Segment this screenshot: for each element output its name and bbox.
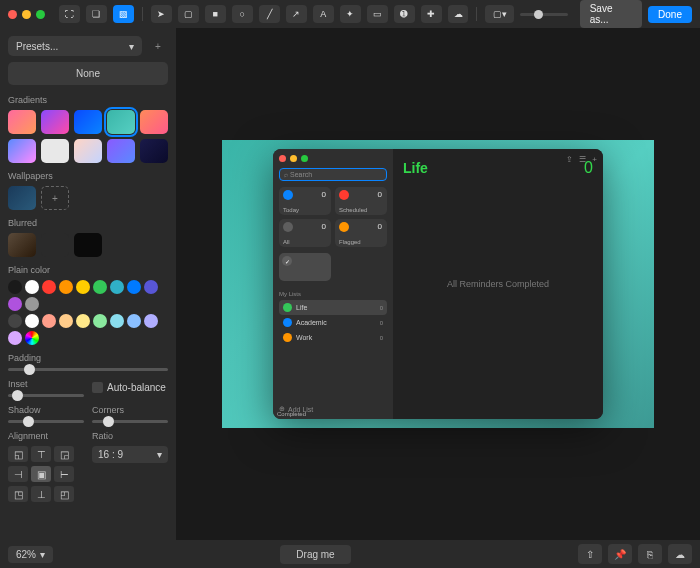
layers-tool-button[interactable]: ❏: [86, 5, 107, 23]
close-icon[interactable]: [279, 155, 286, 162]
step-tool-button[interactable]: ➊: [394, 5, 415, 23]
color-swatch[interactable]: [8, 280, 22, 294]
color-swatch[interactable]: [93, 280, 107, 294]
color-swatch[interactable]: [8, 297, 22, 311]
smart-list-card[interactable]: 0Today: [279, 187, 331, 215]
gradient-swatch[interactable]: [41, 110, 69, 134]
done-button[interactable]: Done: [648, 6, 692, 23]
circle-tool-button[interactable]: ○: [232, 5, 253, 23]
none-button[interactable]: None: [8, 62, 168, 85]
align-top-right-button[interactable]: ◲: [54, 446, 74, 462]
corners-slider[interactable]: [92, 420, 168, 423]
minimize-icon[interactable]: [290, 155, 297, 162]
color-swatch[interactable]: [42, 280, 56, 294]
color-swatch[interactable]: [110, 280, 124, 294]
reminders-search-input[interactable]: ⌕ Search: [279, 168, 387, 181]
color-swatch[interactable]: [25, 297, 39, 311]
align-top-left-button[interactable]: ◱: [8, 446, 28, 462]
gradient-swatch[interactable]: [74, 139, 102, 163]
shadow-slider[interactable]: [8, 420, 84, 423]
inset-slider[interactable]: [8, 394, 84, 397]
share-icon[interactable]: ⇪: [566, 155, 573, 164]
wallpaper-swatch[interactable]: [8, 186, 36, 210]
gradient-swatch[interactable]: [8, 139, 36, 163]
fill-rect-tool-button[interactable]: ■: [205, 5, 226, 23]
align-bottom-right-button[interactable]: ◰: [54, 486, 74, 502]
color-swatch[interactable]: [25, 280, 39, 294]
color-swatch[interactable]: [59, 314, 73, 328]
arrow-tool-button[interactable]: ↗: [286, 5, 307, 23]
color-swatch[interactable]: [25, 314, 39, 328]
list-item[interactable]: Life0: [279, 300, 387, 315]
gradient-swatch[interactable]: [74, 110, 102, 134]
save-as-button[interactable]: Save as...: [580, 0, 642, 28]
blurred-swatch[interactable]: [41, 233, 69, 257]
close-window-icon[interactable]: [8, 10, 17, 19]
color-swatch[interactable]: [127, 314, 141, 328]
color-swatch[interactable]: [8, 331, 22, 345]
drag-me-button[interactable]: Drag me: [280, 545, 350, 564]
smart-list-card[interactable]: 0Scheduled: [335, 187, 387, 215]
color-swatch[interactable]: [76, 314, 90, 328]
badge-tool-button[interactable]: ▭: [367, 5, 388, 23]
add-wallpaper-button[interactable]: +: [41, 186, 69, 210]
scale-dropdown-button[interactable]: ▢▾: [485, 5, 514, 23]
padding-slider[interactable]: [8, 368, 168, 371]
screenshot-tool-button[interactable]: ▧: [113, 5, 134, 23]
maximize-icon[interactable]: [301, 155, 308, 162]
color-swatch[interactable]: [93, 314, 107, 328]
color-swatch[interactable]: [76, 280, 90, 294]
add-preset-button[interactable]: +: [148, 36, 168, 56]
gradient-swatch[interactable]: [8, 110, 36, 134]
align-bottom-left-button[interactable]: ◳: [8, 486, 28, 502]
minimize-window-icon[interactable]: [22, 10, 31, 19]
completed-card[interactable]: ✓ Completed: [279, 253, 331, 281]
color-swatch[interactable]: [8, 314, 22, 328]
presets-dropdown[interactable]: Presets... ▾: [8, 36, 142, 56]
rect-tool-button[interactable]: ▢: [178, 5, 199, 23]
color-swatch[interactable]: [59, 280, 73, 294]
crop-tool-button[interactable]: ⛶: [59, 5, 80, 23]
color-swatch[interactable]: [42, 314, 56, 328]
color-swatch[interactable]: [127, 280, 141, 294]
cloud-upload-button[interactable]: ☁: [668, 544, 692, 564]
list-item[interactable]: Work0: [279, 330, 387, 345]
align-bottom-button[interactable]: ⊥: [31, 486, 51, 502]
gradient-swatch[interactable]: [107, 139, 135, 163]
smart-list-card[interactable]: 0All: [279, 219, 331, 247]
redact-tool-button[interactable]: ✚: [421, 5, 442, 23]
add-list-button[interactable]: ⊕ Add List: [279, 405, 313, 413]
gradient-swatch[interactable]: [140, 139, 168, 163]
color-swatch[interactable]: [144, 314, 158, 328]
pin-button[interactable]: 📌: [608, 544, 632, 564]
gradient-swatch[interactable]: [107, 110, 135, 134]
color-swatch[interactable]: [110, 314, 124, 328]
add-reminder-icon[interactable]: +: [592, 155, 597, 164]
canvas-area[interactable]: ⌕ Search 0Today0Scheduled0All0Flagged ✓ …: [176, 28, 700, 540]
focus-tool-button[interactable]: ✦: [340, 5, 361, 23]
copy-button[interactable]: ⎘: [638, 544, 662, 564]
stroke-slider[interactable]: [520, 13, 568, 16]
smart-list-card[interactable]: 0Flagged: [335, 219, 387, 247]
pointer-tool-button[interactable]: ➤: [151, 5, 172, 23]
blurred-swatch[interactable]: [74, 233, 102, 257]
maximize-window-icon[interactable]: [36, 10, 45, 19]
line-tool-button[interactable]: ╱: [259, 5, 280, 23]
color-swatch[interactable]: [25, 331, 39, 345]
export-button[interactable]: ⇧: [578, 544, 602, 564]
align-right-button[interactable]: ⊢: [54, 466, 74, 482]
color-swatch[interactable]: [144, 280, 158, 294]
align-center-button[interactable]: ▣: [31, 466, 51, 482]
ratio-dropdown[interactable]: 16 : 9 ▾: [92, 446, 168, 463]
text-tool-button[interactable]: A: [313, 5, 334, 23]
auto-balance-checkbox[interactable]: Auto-balance: [92, 377, 168, 397]
align-left-button[interactable]: ⊣: [8, 466, 28, 482]
list-item[interactable]: Academic0: [279, 315, 387, 330]
cloud-tool-button[interactable]: ☁: [448, 5, 469, 23]
blurred-swatch[interactable]: [8, 233, 36, 257]
gradient-swatch[interactable]: [41, 139, 69, 163]
gradient-swatch[interactable]: [140, 110, 168, 134]
align-top-button[interactable]: ⊤: [31, 446, 51, 462]
options-icon[interactable]: ☰: [579, 155, 586, 164]
zoom-dropdown[interactable]: 62% ▾: [8, 546, 53, 563]
